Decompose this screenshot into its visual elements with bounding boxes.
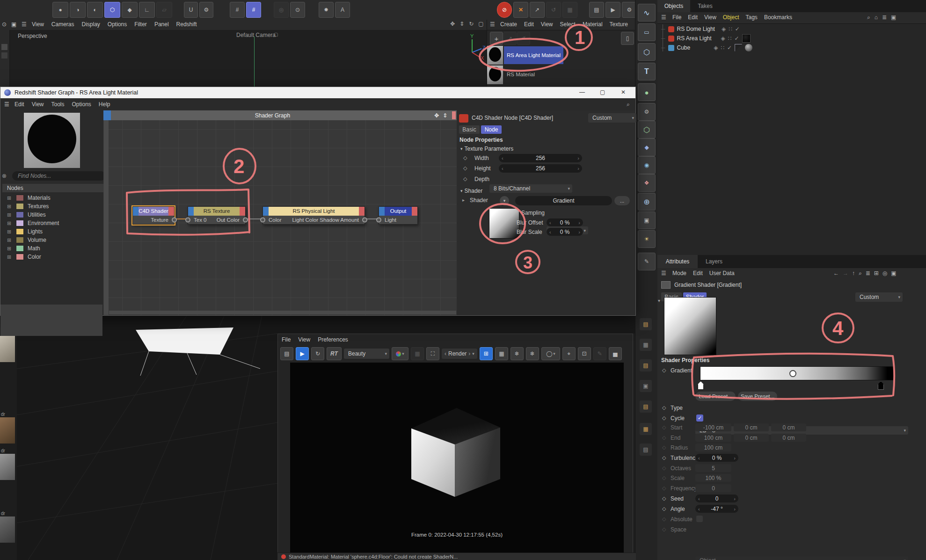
record-stop-icon[interactable]: ⊘ <box>497 2 512 18</box>
custom-preset-dropdown[interactable]: Custom <box>588 113 636 123</box>
pan-hand-icon[interactable]: ✥ <box>450 21 455 27</box>
enabled-check-icon[interactable]: ✓ <box>735 26 740 32</box>
material-item-selected[interactable]: RS Area Light Material <box>487 46 635 65</box>
height-stepper[interactable]: ‹256› <box>499 164 582 173</box>
enabled-check-icon[interactable]: ✓ <box>734 35 739 42</box>
cube-shape-icon[interactable]: ⬡ <box>638 43 656 61</box>
input-port[interactable] <box>376 218 381 223</box>
output-port[interactable] <box>172 218 177 223</box>
layer-icon-2[interactable]: ▦ <box>640 339 652 351</box>
camera-tool-icon[interactable]: ▣ <box>638 211 656 229</box>
category-materials[interactable]: ⊞Materials <box>0 194 103 202</box>
palette-swatch[interactable] <box>1 52 7 58</box>
crop-icon[interactable]: ⛶ <box>426 347 439 360</box>
primitive-cut-icon[interactable]: ◐ <box>87 2 103 18</box>
space-dropdown[interactable]: Object <box>695 556 908 560</box>
orbit-icon[interactable]: ↻ <box>469 21 474 27</box>
blur-offset-stepper[interactable]: ‹0 %› <box>547 218 583 226</box>
menu-display[interactable]: Display <box>81 21 100 28</box>
pixel-probe-icon[interactable]: ⌖ <box>562 347 576 360</box>
blur-scale-stepper[interactable]: ‹0 %› <box>547 228 583 236</box>
home-icon[interactable]: ⌂ <box>875 14 878 21</box>
expand-shader-icon[interactable]: ▸ <box>462 197 465 203</box>
up-icon[interactable]: ↑ <box>852 270 855 276</box>
sphere-green-icon[interactable]: ● <box>638 83 656 101</box>
primitive-fragment-icon[interactable]: ◆ <box>122 2 138 18</box>
width-stepper[interactable]: ‹256› <box>499 154 582 162</box>
rings-tool-icon[interactable]: ◎ <box>274 2 289 18</box>
output-port[interactable] <box>243 218 248 223</box>
enabled-check-icon[interactable]: ✓ <box>727 44 732 51</box>
refresh-icon[interactable]: ↻ <box>311 347 324 360</box>
clapper-film-icon[interactable]: ▤ <box>589 2 604 18</box>
menu-view[interactable]: View <box>32 101 44 108</box>
undo-view-icon[interactable]: ↺ <box>546 2 561 18</box>
minimize-button[interactable]: — <box>579 89 585 95</box>
compare-grid-icon[interactable]: ▦ <box>495 347 508 360</box>
absolute-checkbox[interactable] <box>696 516 703 522</box>
film-history-icon[interactable]: ▤ <box>280 347 293 360</box>
annotate-a-icon[interactable]: A <box>335 2 350 18</box>
hamburger-icon[interactable]: ☰ <box>661 14 666 21</box>
menu-mode[interactable]: Mode <box>672 270 686 276</box>
camera-label[interactable]: Default Camera <box>236 32 276 38</box>
primitive-capsule-icon[interactable]: ◑ <box>70 2 86 18</box>
turbulence-stepper[interactable]: ‹0 %› <box>695 454 738 462</box>
fit-view-icon[interactable]: ⊡ <box>578 347 591 360</box>
tab-attributes[interactable]: Attributes <box>657 255 698 268</box>
rt-toggle[interactable]: RT <box>327 347 342 360</box>
hamburger-icon[interactable]: ☰ <box>661 270 666 276</box>
category-volume[interactable]: ⊞Volume <box>0 236 103 244</box>
hexagon-green-icon[interactable]: ⬡ <box>638 121 656 138</box>
spline-chart-icon[interactable]: ∿ <box>638 4 656 22</box>
menu-create[interactable]: Create <box>500 21 517 28</box>
start-x-field[interactable]: -100 cm <box>695 423 731 431</box>
menu-tags[interactable]: Tags <box>746 14 758 21</box>
tab-layers[interactable]: Layers <box>698 255 730 268</box>
menu-texture[interactable]: Texture <box>610 21 628 28</box>
gradient-bar[interactable] <box>700 366 894 380</box>
search-icon[interactable]: ⌕ <box>627 101 630 108</box>
layers-tag-icon[interactable]: ◈ <box>714 44 718 51</box>
save-preset-button[interactable]: Save Preset... <box>738 392 777 401</box>
spiral-tool-icon[interactable]: ◉ <box>638 156 656 174</box>
category-textures[interactable]: ⊞Textures <box>0 202 103 211</box>
modeling-u-icon[interactable]: U <box>184 2 198 18</box>
material-thumbnail[interactable] <box>487 65 503 84</box>
target-icon[interactable]: ◎ <box>882 270 887 276</box>
layers-tag-icon[interactable]: ◈ <box>721 35 725 42</box>
menu-edit[interactable]: Edit <box>688 14 698 21</box>
annotate-pencil-icon[interactable]: ✎ <box>593 347 606 360</box>
bomb-tool-icon[interactable]: ✸ <box>319 2 334 18</box>
menu-edit[interactable]: Edit <box>524 21 534 28</box>
end-x-field[interactable]: 100 cm <box>695 434 731 442</box>
menu-panel[interactable]: Panel <box>154 21 169 28</box>
content-thumbnail[interactable] <box>0 336 15 362</box>
menu-edit[interactable]: Edit <box>693 270 703 276</box>
depth-dropdown[interactable]: 8 Bits/Channel <box>489 184 572 193</box>
primitive-sphere-icon[interactable]: ● <box>52 2 68 18</box>
render-nav[interactable]: ‹Render› ▾ <box>442 349 477 359</box>
pick-material-button[interactable]: ✐ <box>517 32 530 45</box>
lock-icon[interactable]: ⊞ <box>874 270 879 276</box>
clear-search-icon[interactable]: ⊗ <box>2 173 7 179</box>
maximize-button[interactable]: ▢ <box>600 89 605 95</box>
layer-icon-4[interactable]: ▣ <box>640 380 652 392</box>
snap-grid-lock-icon[interactable]: # <box>246 2 261 18</box>
end-z-field[interactable]: 0 cm <box>771 434 806 442</box>
gear-tool-icon[interactable]: ⚙ <box>638 103 656 121</box>
shapes-red-icon[interactable]: ❖ <box>638 174 656 192</box>
menu-options[interactable]: Options <box>108 21 127 28</box>
menu-filter[interactable]: Filter <box>134 21 147 28</box>
plane-shape-icon[interactable]: ▭ <box>638 23 656 41</box>
menu-material[interactable]: Material <box>583 21 603 28</box>
back-icon[interactable]: ← <box>833 270 839 276</box>
menu-bookmarks[interactable]: Bookmarks <box>764 14 792 21</box>
load-preset-button[interactable]: Load Preset... <box>695 392 736 401</box>
gradient-shader-field[interactable]: Gradient <box>515 196 612 205</box>
layer-icon-1[interactable]: ▤ <box>640 318 652 330</box>
layer-icon-5[interactable]: ▤ <box>640 400 652 413</box>
menu-view[interactable]: View <box>298 336 310 343</box>
delete-material-button[interactable]: ▯ <box>621 32 634 45</box>
seed-stepper[interactable]: ‹0› <box>695 495 738 502</box>
